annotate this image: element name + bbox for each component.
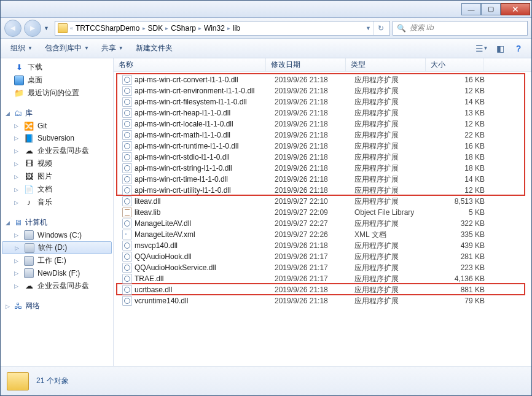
file-row[interactable]: TRAE.dll2019/9/26 21:17应用程序扩展4,136 KB bbox=[119, 273, 526, 284]
crumb-3[interactable]: Win32▸ bbox=[204, 24, 232, 33]
preview-pane-button[interactable]: ◧ bbox=[492, 41, 508, 56]
sidebar-item-downloads[interactable]: ⬇ 下载 bbox=[1, 61, 113, 74]
sidebar-item-drive[interactable]: ▷ 软件 (D:) bbox=[2, 241, 112, 254]
new-folder-button[interactable]: 新建文件夹 bbox=[131, 41, 178, 56]
back-button[interactable]: ◄ bbox=[4, 20, 22, 37]
file-row[interactable]: QQAudioHook.dll2019/9/26 21:17应用程序扩展281 … bbox=[119, 251, 526, 262]
file-row[interactable]: msvcp140.dll2019/9/26 21:18应用程序扩展439 KB bbox=[119, 240, 526, 251]
refresh-button[interactable]: ↻ bbox=[374, 21, 387, 35]
dll-file-icon bbox=[122, 263, 132, 273]
music-icon: ♪ bbox=[24, 198, 34, 208]
sidebar-item-recent[interactable]: 📁 最近访问的位置 bbox=[1, 87, 113, 99]
include-in-library-button[interactable]: 包含到库中▼ bbox=[40, 41, 94, 56]
file-row[interactable]: QQAudioHookService.dll2019/9/26 21:17应用程… bbox=[119, 262, 526, 273]
file-row[interactable]: liteav.lib2019/9/27 22:09Object File Lib… bbox=[119, 207, 526, 218]
recent-icon: 📁 bbox=[14, 88, 24, 98]
file-date: 2019/9/26 21:18 bbox=[271, 297, 351, 305]
dll-file-icon bbox=[122, 75, 132, 85]
dll-file-icon bbox=[122, 86, 132, 96]
forward-button[interactable]: ► bbox=[24, 20, 41, 37]
maximize-button[interactable]: ▢ bbox=[481, 3, 501, 15]
file-row[interactable]: api-ms-win-crt-string-l1-1-0.dll2019/9/2… bbox=[119, 163, 526, 174]
sidebar-item-drive[interactable]: ▷ Windows (C:) bbox=[1, 229, 113, 241]
file-row[interactable]: api-ms-win-crt-utility-l1-1-0.dll2019/9/… bbox=[119, 185, 526, 196]
sidebar-group-libraries[interactable]: ◢ 🗂 库 bbox=[1, 106, 113, 120]
file-size: 4,136 KB bbox=[431, 274, 488, 283]
file-size: 881 KB bbox=[431, 285, 488, 294]
crumb-2[interactable]: CSharp▸ bbox=[171, 24, 203, 33]
sidebar-group-network[interactable]: ▷ 🖧 网络 bbox=[1, 298, 113, 313]
crumb-0[interactable]: TRTCCSharpDemo▸ bbox=[76, 24, 146, 33]
addr-dropdown-icon[interactable]: ▼ bbox=[366, 25, 371, 31]
file-row[interactable]: ManageLiteAV.dll2019/9/27 22:27应用程序扩展322… bbox=[119, 218, 526, 229]
file-row[interactable]: ManageLiteAV.xml2019/9/27 22:26XML 文档335… bbox=[119, 229, 526, 240]
file-row[interactable]: api-ms-win-crt-runtime-l1-1-0.dll2019/9/… bbox=[119, 141, 526, 152]
sidebar-item-label: 企业云盘同步盘 bbox=[37, 146, 89, 156]
sidebar-item-library[interactable]: ▷ ☁ 企业云盘同步盘 bbox=[1, 144, 113, 157]
file-type: 应用程序扩展 bbox=[351, 196, 431, 207]
file-row[interactable]: api-ms-win-crt-time-l1-1-0.dll2019/9/26 … bbox=[119, 174, 526, 185]
file-row[interactable]: vcruntime140.dll2019/9/26 21:18应用程序扩展79 … bbox=[119, 295, 526, 306]
pictures-icon: 🖼 bbox=[24, 172, 34, 182]
sidebar-item-desktop[interactable]: 桌面 bbox=[1, 74, 113, 87]
column-header-size[interactable]: 大小 bbox=[426, 58, 483, 71]
sidebar-item-library[interactable]: ▷ 🖼 图片 bbox=[1, 170, 113, 183]
sidebar-item-library[interactable]: ▷ ♪ 音乐 bbox=[1, 196, 113, 209]
column-header-type[interactable]: 类型 bbox=[346, 58, 426, 71]
address-bar[interactable]: « TRTCCSharpDemo▸ SDK▸ CSharp▸ Win32▸ li… bbox=[55, 21, 390, 36]
dll-file-icon bbox=[122, 174, 132, 184]
organize-button[interactable]: 组织▼ bbox=[6, 41, 37, 56]
video-icon: 🎞 bbox=[24, 159, 34, 169]
file-row[interactable]: api-ms-win-crt-convert-l1-1-0.dll2019/9/… bbox=[119, 74, 526, 85]
chevron-right-icon: ▷ bbox=[14, 148, 20, 154]
view-options-button[interactable]: ☰ ▼ bbox=[474, 41, 490, 56]
history-dropdown[interactable]: ▼ bbox=[44, 25, 52, 31]
sidebar-item-label: 企业云盘同步盘 bbox=[37, 281, 89, 291]
file-name: api-ms-win-crt-string-l1-1-0.dll bbox=[135, 164, 232, 173]
file-list[interactable]: api-ms-win-crt-convert-l1-1-0.dll2019/9/… bbox=[114, 72, 531, 366]
crumb-4[interactable]: lib bbox=[233, 24, 240, 33]
title-bar[interactable]: — ▢ ✕ bbox=[1, 1, 531, 18]
column-header-row: 名称 修改日期 类型 大小 bbox=[114, 58, 531, 72]
chevron-right-icon: ▷ bbox=[15, 245, 21, 251]
file-row[interactable]: api-ms-win-crt-locale-l1-1-0.dll2019/9/2… bbox=[119, 118, 526, 130]
file-row[interactable]: liteav.dll2019/9/27 22:10应用程序扩展8,513 KB bbox=[119, 196, 526, 207]
sidebar-item-library[interactable]: ▷ 📘 Subversion bbox=[1, 132, 113, 144]
chevron-down-icon: ◢ bbox=[4, 111, 10, 117]
column-header-name[interactable]: 名称 bbox=[114, 58, 266, 71]
file-row[interactable]: api-ms-win-crt-stdio-l1-1-0.dll2019/9/26… bbox=[119, 152, 526, 163]
help-button[interactable]: ? bbox=[510, 41, 526, 56]
crumb-chev[interactable]: « bbox=[69, 25, 74, 31]
minimize-button[interactable]: — bbox=[461, 3, 481, 15]
share-button[interactable]: 共享▼ bbox=[96, 41, 128, 56]
library-icon: 🗂 bbox=[13, 109, 23, 118]
file-size: 12 KB bbox=[431, 186, 488, 195]
sidebar-group-computer[interactable]: ◢ 🖥 计算机 bbox=[1, 215, 113, 229]
file-date: 2019/9/26 21:18 bbox=[271, 175, 351, 184]
navigation-pane: ⬇ 下载 桌面 📁 最近访问的位置 ◢ 🗂 库 ▷ 🔀 Git▷ 📘 Subve… bbox=[1, 58, 114, 366]
file-row[interactable]: api-ms-win-crt-filesystem-l1-1-0.dll2019… bbox=[119, 96, 526, 107]
file-row[interactable]: api-ms-win-crt-environment-l1-1-0.dll201… bbox=[119, 85, 526, 96]
crumb-1[interactable]: SDK▸ bbox=[148, 24, 170, 33]
file-row[interactable]: api-ms-win-crt-heap-l1-1-0.dll2019/9/26 … bbox=[119, 107, 526, 118]
dll-file-icon bbox=[122, 274, 132, 284]
sidebar-item-library[interactable]: ▷ 🎞 视频 bbox=[1, 157, 113, 170]
status-bar: 21 个对象 bbox=[1, 366, 531, 395]
column-header-date[interactable]: 修改日期 bbox=[266, 58, 346, 71]
sidebar-item-library[interactable]: ▷ 🔀 Git bbox=[1, 120, 113, 132]
sidebar-item-drive[interactable]: ▷ ☁ 企业云盘同步盘 bbox=[1, 279, 113, 292]
dll-file-icon bbox=[122, 185, 132, 195]
file-name: QQAudioHook.dll bbox=[135, 252, 192, 261]
network-icon: 🖧 bbox=[13, 301, 23, 311]
sidebar-item-library[interactable]: ▷ 📄 文档 bbox=[1, 183, 113, 196]
search-box[interactable]: 🔍 搜索 lib bbox=[393, 21, 528, 36]
sidebar-item-label: 视频 bbox=[37, 158, 52, 169]
sidebar-item-drive[interactable]: ▷ NewDisk (F:) bbox=[1, 267, 113, 279]
close-button[interactable]: ✕ bbox=[501, 3, 530, 15]
file-type: 应用程序扩展 bbox=[351, 219, 431, 229]
dll-file-icon bbox=[122, 163, 132, 173]
drive-icon bbox=[24, 230, 34, 240]
sidebar-item-drive[interactable]: ▷ 工作 (E:) bbox=[1, 254, 113, 267]
file-row[interactable]: ucrtbase.dll2019/9/26 21:18应用程序扩展881 KB bbox=[119, 284, 526, 295]
file-row[interactable]: api-ms-win-crt-math-l1-1-0.dll2019/9/26 … bbox=[119, 130, 526, 141]
